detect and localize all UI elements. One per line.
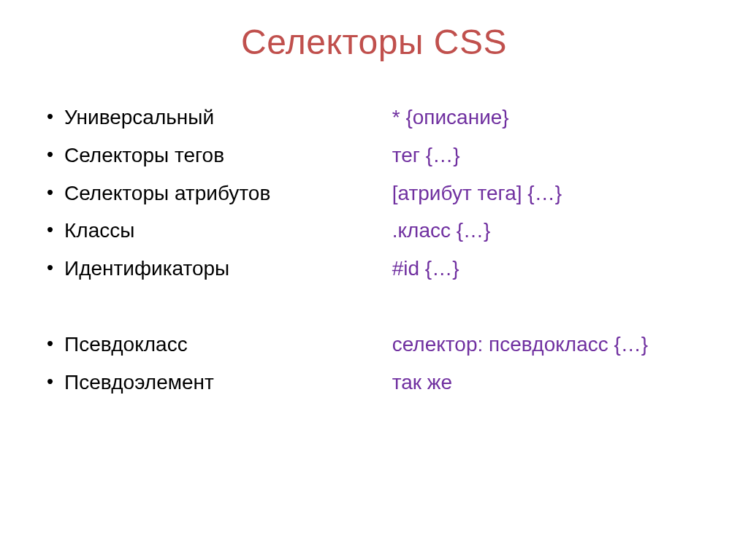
example-spacer — [392, 288, 704, 326]
example-line: .класс {…} — [392, 212, 704, 250]
list-item: Псевдокласс — [44, 326, 370, 364]
example-line: селектор: псевдокласс {…} — [392, 326, 704, 364]
example-line: [атрибут тега] {…} — [392, 174, 704, 212]
selector-type-list: Универсальный Селекторы тегов Селекторы … — [44, 99, 370, 401]
example-line: тег {…} — [392, 137, 704, 174]
slide: Селекторы CSS Универсальный Селекторы те… — [0, 0, 748, 560]
list-item: Универсальный — [44, 99, 370, 137]
slide-title: Селекторы CSS — [44, 22, 704, 62]
list-item: Классы — [44, 212, 370, 250]
content-columns: Универсальный Селекторы тегов Селекторы … — [44, 99, 704, 402]
example-line: #id {…} — [392, 250, 704, 288]
list-item: Селекторы тегов — [44, 137, 370, 174]
list-item: Псевдоэлемент — [44, 364, 370, 402]
right-column: * {описание} тег {…} [атрибут тега] {…} … — [392, 99, 704, 402]
list-item: Идентификаторы — [44, 250, 370, 288]
list-item: Селекторы атрибутов — [44, 174, 370, 212]
left-column: Универсальный Селекторы тегов Селекторы … — [44, 99, 370, 402]
example-line: так же — [392, 364, 704, 402]
list-spacer — [44, 288, 370, 326]
selector-example-list: * {описание} тег {…} [атрибут тега] {…} … — [392, 99, 704, 402]
example-line: * {описание} — [392, 99, 704, 137]
